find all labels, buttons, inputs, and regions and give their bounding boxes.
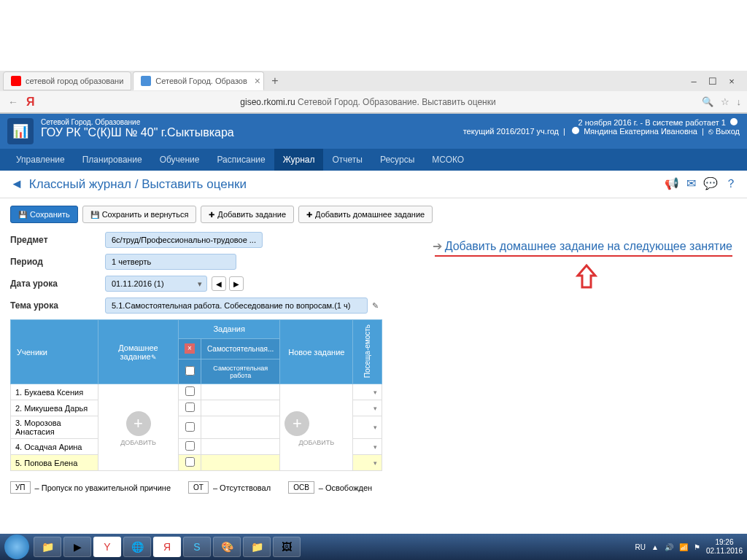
students-header: Ученики: [11, 320, 98, 384]
taskbar-app[interactable]: ▶: [63, 537, 91, 557]
next-date-button[interactable]: ▶: [229, 276, 244, 291]
task-checkbox[interactable]: [179, 384, 201, 400]
search-icon[interactable]: 🔍: [702, 96, 713, 107]
start-button[interactable]: [4, 534, 29, 559]
content-area: 💾Сохранить 💾Сохранить и вернуться ✚Добав…: [0, 198, 747, 539]
nav-journal[interactable]: Журнал: [274, 149, 324, 171]
tray-flag-icon[interactable]: ⚑: [694, 543, 700, 551]
plus-icon: ✚: [306, 211, 312, 219]
star-icon[interactable]: ☆: [721, 96, 729, 107]
tray-lang[interactable]: RU: [635, 543, 646, 551]
browser-tab-2[interactable]: Сетевой Город. Образов ×: [133, 71, 264, 90]
legend-code: ОСВ: [288, 481, 314, 494]
taskbar-app[interactable]: S: [183, 537, 211, 557]
tray-volume-icon[interactable]: 🔊: [665, 543, 673, 551]
url-input[interactable]: giseo.rkomi.ru Сетевой Город. Образовани…: [41, 97, 696, 107]
task-checkbox[interactable]: [179, 439, 201, 455]
add-homework-cell[interactable]: +ДОБАВИТЬ: [98, 384, 179, 471]
tab-title: сетевой город образовани: [26, 77, 123, 85]
grade-cell[interactable]: [201, 416, 280, 439]
task-checkbox[interactable]: [179, 416, 201, 439]
prev-date-button[interactable]: ◀: [212, 276, 226, 291]
breadcrumb: Классный журнал / Выставить оценки: [29, 177, 247, 192]
legend-code: ОТ: [188, 481, 209, 494]
topic-value[interactable]: 5.1.Самостоятельная работа. Собеседовани…: [105, 298, 368, 314]
nav-msoko[interactable]: МСОКО: [423, 149, 473, 171]
back-button[interactable]: ←: [6, 96, 20, 108]
address-bar: ← Я giseo.rkomi.ru Сетевой Город. Образо…: [0, 91, 747, 113]
legend-desc: – Пропуск по уважительной причине: [35, 483, 171, 492]
period-value[interactable]: 1 четверть: [105, 254, 236, 270]
taskbar-app[interactable]: 📁: [34, 537, 61, 557]
help-icon[interactable]: ？: [725, 176, 737, 192]
taskbar-app[interactable]: 🎨: [213, 537, 241, 557]
nav-reports[interactable]: Отчеты: [323, 149, 371, 171]
year-link[interactable]: текущий 2016/2017 уч.год: [463, 127, 559, 136]
subject-value[interactable]: 6с/труд/Профессионально-трудовое ...: [105, 232, 263, 248]
breadcrumb-bar: ◄ Классный журнал / Выставить оценки 📢 ✉…: [0, 171, 747, 198]
minimize-button[interactable]: –: [687, 76, 700, 87]
grade-cell[interactable]: [201, 384, 280, 400]
yandex-icon: Я: [26, 96, 35, 109]
homework-header: Домашнее задание✎: [98, 320, 179, 384]
logout-link[interactable]: Выход: [716, 127, 740, 136]
logout-icon: ⎋: [708, 127, 713, 136]
mail-icon[interactable]: ✉: [686, 176, 696, 192]
add-homework-button[interactable]: ✚Добавить домашнее задание: [298, 206, 433, 223]
window-controls: – ☐ ×: [687, 76, 744, 87]
attendance-header: Посеща-емость: [353, 320, 382, 384]
chat-icon[interactable]: 💬: [703, 176, 718, 192]
attendance-cell[interactable]: [353, 439, 382, 455]
save-return-button[interactable]: 💾Сохранить и вернуться: [82, 206, 197, 223]
task-checkbox[interactable]: [179, 455, 201, 471]
nav-management[interactable]: Управление: [7, 149, 74, 171]
tray-clock[interactable]: 19:26 02.11.2016: [706, 538, 743, 556]
taskbar-app[interactable]: 🖼: [273, 537, 301, 557]
nav-learning[interactable]: Обучение: [151, 149, 209, 171]
taskbar: 📁 ▶ Y 🌐 Я S 🎨 📁 🖼 RU ▲ 🔊 📶 ⚑ 19:26 02.11…: [0, 534, 747, 560]
close-button[interactable]: ×: [725, 76, 738, 87]
taskbar-app[interactable]: Я: [153, 537, 181, 557]
taskbar-app[interactable]: Y: [93, 537, 121, 557]
back-icon[interactable]: ◄: [10, 176, 23, 192]
edit-icon[interactable]: ✎: [372, 301, 379, 311]
attendance-cell[interactable]: [353, 384, 382, 400]
attendance-cell[interactable]: [353, 416, 382, 439]
download-icon[interactable]: ↓: [737, 96, 742, 107]
task-name-sub: Самостоятельная работа: [201, 359, 280, 384]
new-tab-button[interactable]: +: [266, 73, 284, 89]
logo-icon: 📊: [7, 118, 34, 144]
nav-resources[interactable]: Ресурсы: [371, 149, 423, 171]
student-name: 3. Морозова Анастасия: [11, 416, 98, 439]
task-name-header[interactable]: Самостоятельная...: [201, 338, 280, 359]
task-checkbox-all[interactable]: [179, 359, 201, 384]
attendance-cell[interactable]: [353, 400, 382, 416]
date-select[interactable]: 01.11.2016 (1): [105, 276, 207, 292]
taskbar-app[interactable]: 📁: [243, 537, 271, 557]
next-homework-link[interactable]: ➔Добавить домашнее задание на следующее …: [433, 239, 732, 253]
save-button[interactable]: 💾Сохранить: [10, 206, 78, 223]
task-delete-header[interactable]: ×: [179, 338, 201, 359]
announce-icon[interactable]: 📢: [665, 176, 679, 192]
attendance-cell[interactable]: [353, 455, 382, 471]
nav-schedule[interactable]: Расписание: [209, 149, 274, 171]
add-task-cell[interactable]: +ДОБАВИТЬ: [280, 384, 353, 471]
add-task-button[interactable]: ✚Добавить задание: [201, 206, 294, 223]
task-checkbox[interactable]: [179, 400, 201, 416]
legend-desc: – Освобожден: [319, 483, 372, 492]
tray-network-icon[interactable]: 📶: [679, 543, 688, 551]
grade-table: Ученики Домашнее задание✎ Задания Новое …: [10, 319, 382, 471]
user-link[interactable]: Мяндина Екатерина Ивановна: [584, 127, 697, 136]
browser-tab-1[interactable]: сетевой город образовани: [3, 71, 131, 90]
maximize-button[interactable]: ☐: [706, 76, 719, 87]
nav-planning[interactable]: Планирование: [74, 149, 151, 171]
grade-cell[interactable]: [201, 439, 280, 455]
app-title: ГОУ РК "С(К)Ш № 40" г.Сыктывкара: [41, 126, 463, 139]
tray-up-icon[interactable]: ▲: [651, 543, 659, 551]
plus-icon: ✚: [209, 211, 214, 219]
grade-cell[interactable]: [201, 455, 280, 471]
grade-cell[interactable]: [201, 400, 280, 416]
taskbar-app[interactable]: 🌐: [123, 537, 151, 557]
close-icon[interactable]: ×: [255, 75, 260, 87]
legend-code: УП: [10, 481, 31, 494]
